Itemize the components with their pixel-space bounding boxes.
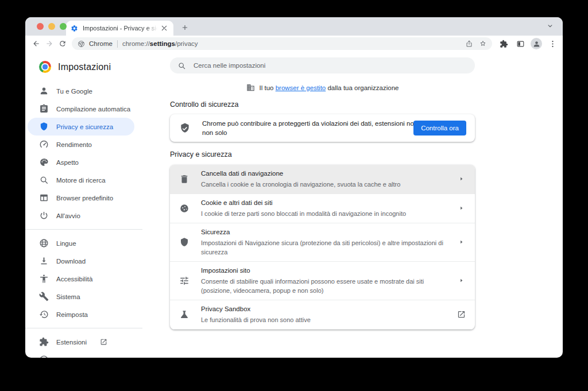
new-tab-button[interactable] bbox=[178, 21, 192, 34]
settings-row[interactable]: Impostazioni sito Consente di stabilire … bbox=[170, 262, 475, 300]
sidebar-item[interactable]: Sistema bbox=[28, 288, 134, 305]
settings-search[interactable] bbox=[170, 57, 475, 73]
tab-title: Impostazioni - Privacy e sicure bbox=[83, 25, 157, 32]
zoom-window-button[interactable] bbox=[60, 23, 67, 30]
search-input[interactable] bbox=[192, 61, 467, 69]
chrome-outline-icon bbox=[39, 355, 49, 358]
row-description: Consente di stabilire quali informazioni… bbox=[201, 277, 449, 295]
clipboard-icon bbox=[39, 104, 49, 114]
managed-notice: Il tuo browser è gestito dalla tua organ… bbox=[170, 83, 475, 92]
speedometer-icon bbox=[39, 140, 49, 149]
sidebar-item[interactable]: Motore di ricerca bbox=[28, 171, 134, 189]
tab-settings[interactable]: Impostazioni - Privacy e sicure bbox=[66, 21, 173, 36]
sidebar-item[interactable]: Rendimento bbox=[28, 136, 134, 153]
share-icon[interactable] bbox=[463, 38, 475, 49]
sidebar-item-label: Sistema bbox=[56, 293, 80, 300]
row-title: Sicurezza bbox=[201, 228, 449, 237]
sidebar-item-label: Tu e Google bbox=[56, 88, 92, 95]
row-description: Cancella i cookie e la cronologia di nav… bbox=[201, 180, 449, 189]
sidebar-item[interactable]: All'avvio bbox=[28, 207, 134, 224]
download-icon bbox=[39, 256, 49, 266]
trash-icon bbox=[179, 174, 189, 184]
safety-check-card: Chrome può contribuire a proteggerti da … bbox=[170, 114, 475, 142]
sidebar-item-label: Accessibilità bbox=[56, 276, 92, 282]
shield-check-icon bbox=[179, 122, 191, 134]
close-tab-icon[interactable] bbox=[160, 24, 169, 33]
sidebar-item[interactable]: Reimposta bbox=[28, 305, 134, 323]
cookie-icon bbox=[179, 203, 189, 214]
chevron-down-icon[interactable] bbox=[546, 22, 554, 30]
toolbar-actions bbox=[495, 37, 559, 50]
sidebar-item[interactable]: Privacy e sicurezza bbox=[28, 118, 134, 136]
row-description: Impostazioni di Navigazione sicura (prot… bbox=[201, 238, 449, 257]
chrome-icon bbox=[78, 40, 85, 48]
sidebar-item-label: Download bbox=[56, 258, 86, 265]
privacy-settings-list: Cancella dati di navigazione Cancella i … bbox=[170, 165, 475, 330]
browser-toolbar: Chrome chrome://settings/privacy bbox=[25, 36, 563, 52]
launch-icon bbox=[457, 310, 466, 319]
tune-icon bbox=[179, 276, 189, 286]
browser-window-icon bbox=[39, 193, 49, 203]
settings-page: Impostazioni Tu e Google Compilazione au… bbox=[25, 52, 563, 358]
settings-brand: Impostazioni bbox=[25, 55, 142, 82]
omnibox-actions bbox=[463, 38, 489, 49]
row-description: I cookie di terze parti sono bloccati in… bbox=[201, 209, 449, 218]
back-button[interactable] bbox=[29, 37, 42, 51]
more-menu-icon[interactable] bbox=[546, 37, 559, 50]
managed-notice-text: Il tuo browser è gestito dalla tua organ… bbox=[260, 84, 399, 91]
profile-avatar[interactable] bbox=[531, 38, 542, 49]
side-panel-icon[interactable] bbox=[514, 37, 527, 50]
row-title: Cancella dati di navigazione bbox=[201, 169, 449, 178]
settings-row[interactable]: Privacy Sandbox Le funzionalità di prova… bbox=[170, 300, 475, 330]
history-icon bbox=[39, 309, 49, 319]
sidebar-item[interactable]: Accessibilità bbox=[28, 270, 134, 288]
row-title: Privacy Sandbox bbox=[201, 305, 449, 313]
row-title: Cookie e altri dati dei siti bbox=[201, 199, 449, 207]
external-link-icon bbox=[100, 338, 107, 346]
reload-button[interactable] bbox=[56, 37, 69, 51]
sidebar-item[interactable]: Aspetto bbox=[28, 153, 134, 171]
arrow-right-icon bbox=[457, 175, 466, 183]
settings-row[interactable]: Sicurezza Impostazioni di Navigazione si… bbox=[170, 223, 475, 262]
browser-window: Impostazioni - Privacy e sicure Chrome c… bbox=[25, 17, 563, 358]
sidebar-item[interactable]: Informazioni su Chrome bbox=[28, 351, 134, 358]
shield-icon bbox=[179, 237, 189, 247]
settings-row[interactable]: Cookie e altri dati dei siti I cookie di… bbox=[170, 194, 475, 223]
minimize-window-button[interactable] bbox=[48, 23, 55, 30]
person-icon bbox=[39, 86, 49, 96]
sidebar-item-label: Informazioni su Chrome bbox=[56, 357, 126, 358]
sidebar-item-label: Aspetto bbox=[56, 159, 79, 166]
sidebar-item[interactable]: Estensioni bbox=[28, 333, 134, 351]
sidebar-item[interactable]: Lingue bbox=[28, 234, 134, 252]
check-now-button[interactable]: Controlla ora bbox=[413, 121, 466, 136]
close-window-button[interactable] bbox=[37, 23, 44, 30]
privacy-heading: Privacy e sicurezza bbox=[170, 150, 475, 158]
bookmark-star-icon[interactable] bbox=[477, 38, 489, 49]
extensions-puzzle-icon[interactable] bbox=[497, 37, 510, 50]
tab-strip: Impostazioni - Privacy e sicure bbox=[25, 17, 563, 36]
search-icon bbox=[177, 61, 186, 70]
managed-browser-link[interactable]: browser è gestito bbox=[276, 84, 326, 91]
sidebar-item[interactable]: Tu e Google bbox=[28, 82, 134, 100]
accessibility-icon bbox=[39, 274, 49, 284]
settings-row[interactable]: Cancella dati di navigazione Cancella i … bbox=[170, 165, 475, 194]
sidebar-item-label: Lingue bbox=[56, 240, 76, 247]
power-icon bbox=[39, 211, 49, 220]
sidebar-divider bbox=[25, 229, 142, 230]
address-bar[interactable]: Chrome chrome://settings/privacy bbox=[72, 37, 492, 50]
settings-content: Il tuo browser è gestito dalla tua organ… bbox=[142, 52, 563, 358]
sidebar-item-label: Browser predefinito bbox=[56, 195, 113, 202]
sidebar-item-label: All'avvio bbox=[56, 212, 80, 219]
sidebar-item[interactable]: Browser predefinito bbox=[28, 189, 134, 207]
url-path: /privacy bbox=[175, 40, 198, 47]
shield-icon bbox=[39, 122, 49, 131]
url-text: chrome://settings/privacy bbox=[122, 40, 463, 47]
row-title: Impostazioni sito bbox=[201, 266, 449, 275]
sidebar-item[interactable]: Compilazione automatica bbox=[28, 100, 134, 118]
flask-icon bbox=[179, 309, 189, 320]
safety-check-text: Chrome può contribuire a proteggerti da … bbox=[202, 119, 446, 137]
forward-button[interactable] bbox=[42, 37, 56, 51]
sidebar-item[interactable]: Download bbox=[28, 252, 134, 270]
palette-icon bbox=[39, 157, 49, 167]
window-controls bbox=[37, 23, 67, 30]
